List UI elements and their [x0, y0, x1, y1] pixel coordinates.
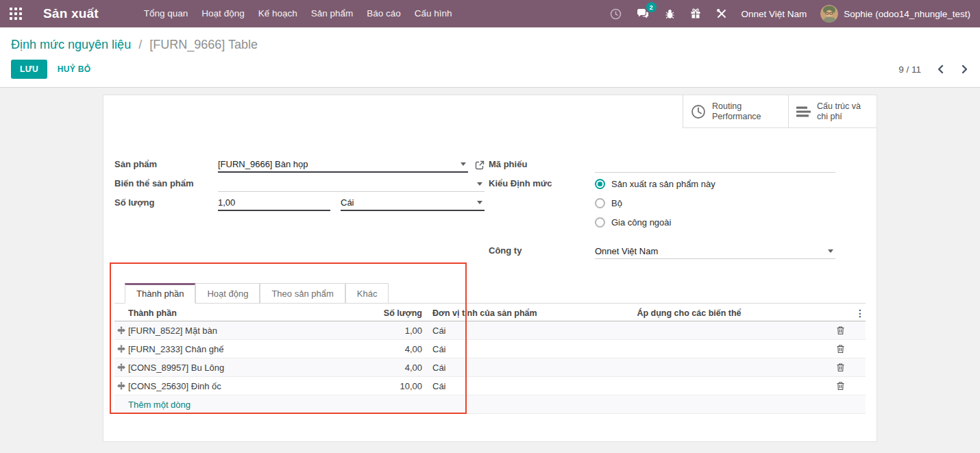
field-company: Công ty Onnet Việt Nam [489, 245, 835, 259]
table-row[interactable]: [CONS_89957] Bu Lông 4,00 Cái [114, 358, 866, 377]
company-input[interactable]: Onnet Việt Nam [595, 245, 835, 259]
component-name[interactable]: [CONS_89957] Bu Lông [128, 363, 365, 373]
product-input[interactable]: [FURN_9666] Bàn họp [218, 158, 468, 173]
radio-option-kit[interactable]: Bộ [595, 198, 835, 208]
form-sheet: Routing Performance Cấu trúc và chi phí … [103, 95, 877, 442]
app-name[interactable]: Sản xuất [43, 6, 99, 21]
menu-bao-cao[interactable]: Báo cáo [360, 0, 408, 27]
breadcrumb: Định mức nguyên liệu / [FURN_9666] Table [11, 36, 969, 53]
radio-selected-icon[interactable] [595, 179, 605, 189]
component-name[interactable]: [CONS_25630] Đinh ốc [128, 381, 365, 391]
radio-unselected-icon[interactable] [595, 217, 605, 228]
company-switcher[interactable]: Onnet Việt Nam [742, 9, 807, 19]
components-table: Thành phần Số lượng Đơn vị tính của sản … [114, 305, 866, 414]
breadcrumb-current: [FURN_9666] Table [149, 38, 258, 51]
menu-cau-hinh[interactable]: Cấu hình [408, 0, 459, 27]
optional-columns-toggle-icon[interactable] [855, 308, 866, 318]
component-qty[interactable]: 1,00 [365, 326, 422, 336]
menu-hoat-dong[interactable]: Hoạt động [195, 0, 251, 27]
field-product: Sản phẩm [FURN_9666] Bàn họp [114, 158, 485, 173]
pager-value: 9 / 11 [898, 64, 921, 75]
reference-input[interactable] [595, 158, 835, 173]
radio-option-produce[interactable]: Sản xuất ra sản phẩm này [595, 179, 835, 189]
chevron-down-icon[interactable] [461, 162, 466, 166]
radio-option-label: Bộ [611, 198, 622, 208]
table-row[interactable]: [FURN_2333] Chân ghế 4,00 Cái [114, 340, 866, 358]
component-name[interactable]: [FURN_8522] Mặt bàn [128, 326, 365, 336]
pager-next-icon[interactable] [960, 64, 969, 74]
radio-unselected-icon[interactable] [595, 198, 605, 208]
product-value: [FURN_9666] Bàn họp [218, 159, 308, 169]
quantity-input[interactable]: 1,00 [218, 197, 330, 211]
drag-handle-icon[interactable] [114, 326, 128, 334]
component-qty[interactable]: 4,00 [365, 344, 422, 354]
delete-row-icon[interactable] [826, 381, 855, 391]
form-view-container: Routing Performance Cấu trúc và chi phí … [0, 88, 980, 453]
table-row[interactable]: [FURN_8522] Mặt bàn 1,00 Cái [114, 321, 866, 340]
bom-structure-cost-button[interactable]: Cấu trúc và chi phí [788, 95, 877, 128]
clock-icon [610, 8, 622, 20]
notebook-tabs: Thành phần Hoạt động Theo sản phẩm Khác [114, 283, 866, 304]
field-label: Biến thể sản phẩm [114, 177, 218, 192]
uom-input[interactable]: Cái [341, 197, 485, 211]
chevron-down-icon[interactable] [477, 182, 482, 186]
drag-handle-icon[interactable] [114, 382, 128, 390]
chevron-down-icon[interactable] [828, 249, 833, 253]
component-uom[interactable]: Cái [422, 363, 552, 373]
systray: 2 [602, 0, 980, 27]
column-header-variants[interactable]: Áp dụng cho các biến thể [552, 308, 826, 318]
component-uom[interactable]: Cái [422, 381, 552, 391]
tab-theo-san-pham[interactable]: Theo sản phẩm [260, 283, 345, 303]
component-uom[interactable]: Cái [422, 344, 552, 354]
top-navbar: Sản xuất Tổng quan Hoạt động Kế hoạch Sả… [0, 0, 980, 27]
add-line-link[interactable]: Thêm một dòng [128, 400, 191, 410]
column-header-qty[interactable]: Số lượng [365, 308, 422, 318]
message-count-badge: 2 [646, 2, 657, 12]
messages-button[interactable]: 2 [629, 0, 657, 27]
component-qty[interactable]: 4,00 [365, 363, 422, 373]
gift-button[interactable] [683, 0, 709, 27]
apps-menu-button[interactable] [0, 0, 32, 27]
chevron-down-icon[interactable] [477, 201, 482, 204]
user-name[interactable]: Sophie (odoo14_nhungle_test) [844, 9, 970, 19]
field-product-variant: Biến thể sản phẩm [114, 177, 485, 192]
menu-san-pham[interactable]: Sản phẩm [304, 0, 360, 27]
menu-tong-quan[interactable]: Tổng quan [137, 0, 195, 27]
company-value: Onnet Việt Nam [595, 246, 658, 256]
breadcrumb-separator: / [138, 38, 142, 51]
discard-button[interactable]: HUỶ BỎ [58, 64, 90, 74]
column-header-name[interactable]: Thành phần [128, 308, 365, 318]
user-avatar[interactable] [820, 5, 838, 23]
drag-handle-icon[interactable] [114, 363, 128, 371]
field-label: Mã phiếu [489, 158, 595, 173]
radio-option-subcontracting[interactable]: Gia công ngoài [595, 217, 835, 228]
delete-row-icon[interactable] [826, 326, 855, 335]
external-link-icon[interactable] [475, 160, 485, 170]
radio-option-label: Sản xuất ra sản phẩm này [611, 179, 715, 189]
support-tools-button[interactable] [709, 0, 735, 27]
debug-button[interactable] [657, 0, 683, 27]
tab-hoat-dong[interactable]: Hoạt động [195, 283, 260, 303]
field-bom-type: Kiểu Định mức Sản xuất ra sản phẩm này B… [489, 177, 835, 236]
field-label: Kiểu Định mức [489, 177, 595, 236]
save-button[interactable]: LƯU [11, 60, 47, 79]
table-row[interactable]: [CONS_25630] Đinh ốc 10,00 Cái [114, 377, 866, 395]
tab-thanh-phan[interactable]: Thành phần [125, 283, 195, 304]
bug-icon [665, 9, 675, 19]
pager-previous-icon[interactable] [936, 64, 945, 74]
delete-row-icon[interactable] [826, 344, 855, 354]
drag-handle-icon[interactable] [114, 345, 128, 353]
delete-row-icon[interactable] [826, 363, 855, 372]
gift-icon [690, 8, 701, 19]
component-name[interactable]: [FURN_2333] Chân ghế [128, 344, 365, 354]
variant-input[interactable] [218, 177, 485, 192]
routing-performance-button[interactable]: Routing Performance [683, 95, 788, 128]
tab-khac[interactable]: Khác [345, 283, 389, 303]
menu-ke-hoach[interactable]: Kế hoạch [252, 0, 304, 27]
activities-button[interactable] [602, 0, 629, 27]
field-reference: Mã phiếu [489, 158, 835, 173]
component-qty[interactable]: 10,00 [365, 381, 422, 391]
component-uom[interactable]: Cái [422, 326, 552, 336]
breadcrumb-parent-link[interactable]: Định mức nguyên liệu [11, 38, 131, 51]
column-header-uom[interactable]: Đơn vị tính của sản phẩm [422, 308, 552, 318]
